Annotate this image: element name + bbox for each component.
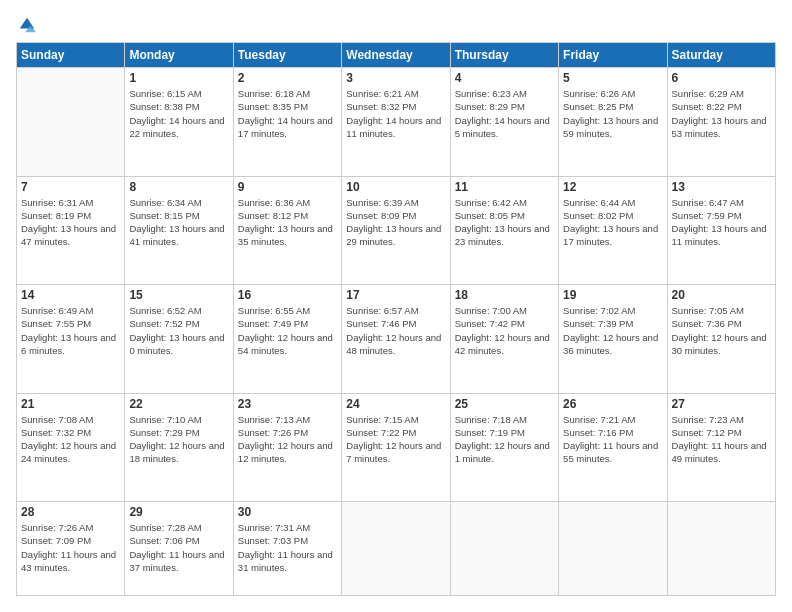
day-detail: Sunrise: 6:55 AMSunset: 7:49 PMDaylight:… bbox=[238, 304, 337, 357]
day-number: 19 bbox=[563, 288, 662, 302]
weekday-thursday: Thursday bbox=[450, 43, 558, 68]
day-detail: Sunrise: 6:47 AMSunset: 7:59 PMDaylight:… bbox=[672, 196, 771, 249]
day-number: 4 bbox=[455, 71, 554, 85]
day-detail: Sunrise: 7:28 AMSunset: 7:06 PMDaylight:… bbox=[129, 521, 228, 574]
calendar-cell: 30Sunrise: 7:31 AMSunset: 7:03 PMDayligh… bbox=[233, 502, 341, 596]
page: SundayMondayTuesdayWednesdayThursdayFrid… bbox=[0, 0, 792, 612]
day-detail: Sunrise: 6:49 AMSunset: 7:55 PMDaylight:… bbox=[21, 304, 120, 357]
day-number: 27 bbox=[672, 397, 771, 411]
calendar-cell: 17Sunrise: 6:57 AMSunset: 7:46 PMDayligh… bbox=[342, 285, 450, 394]
weekday-tuesday: Tuesday bbox=[233, 43, 341, 68]
calendar-cell: 2Sunrise: 6:18 AMSunset: 8:35 PMDaylight… bbox=[233, 68, 341, 177]
day-detail: Sunrise: 7:13 AMSunset: 7:26 PMDaylight:… bbox=[238, 413, 337, 466]
calendar-cell bbox=[667, 502, 775, 596]
day-detail: Sunrise: 7:15 AMSunset: 7:22 PMDaylight:… bbox=[346, 413, 445, 466]
day-number: 11 bbox=[455, 180, 554, 194]
calendar-cell: 9Sunrise: 6:36 AMSunset: 8:12 PMDaylight… bbox=[233, 176, 341, 285]
weekday-header-row: SundayMondayTuesdayWednesdayThursdayFrid… bbox=[17, 43, 776, 68]
day-number: 2 bbox=[238, 71, 337, 85]
day-number: 21 bbox=[21, 397, 120, 411]
day-detail: Sunrise: 6:42 AMSunset: 8:05 PMDaylight:… bbox=[455, 196, 554, 249]
week-row-3: 14Sunrise: 6:49 AMSunset: 7:55 PMDayligh… bbox=[17, 285, 776, 394]
day-detail: Sunrise: 6:44 AMSunset: 8:02 PMDaylight:… bbox=[563, 196, 662, 249]
calendar-cell: 26Sunrise: 7:21 AMSunset: 7:16 PMDayligh… bbox=[559, 393, 667, 502]
day-number: 5 bbox=[563, 71, 662, 85]
day-number: 23 bbox=[238, 397, 337, 411]
day-number: 24 bbox=[346, 397, 445, 411]
day-number: 7 bbox=[21, 180, 120, 194]
calendar-cell: 28Sunrise: 7:26 AMSunset: 7:09 PMDayligh… bbox=[17, 502, 125, 596]
calendar-cell: 8Sunrise: 6:34 AMSunset: 8:15 PMDaylight… bbox=[125, 176, 233, 285]
day-detail: Sunrise: 6:36 AMSunset: 8:12 PMDaylight:… bbox=[238, 196, 337, 249]
day-detail: Sunrise: 6:26 AMSunset: 8:25 PMDaylight:… bbox=[563, 87, 662, 140]
calendar-cell bbox=[450, 502, 558, 596]
day-detail: Sunrise: 6:23 AMSunset: 8:29 PMDaylight:… bbox=[455, 87, 554, 140]
day-detail: Sunrise: 6:21 AMSunset: 8:32 PMDaylight:… bbox=[346, 87, 445, 140]
calendar-cell: 23Sunrise: 7:13 AMSunset: 7:26 PMDayligh… bbox=[233, 393, 341, 502]
day-number: 18 bbox=[455, 288, 554, 302]
calendar-cell: 3Sunrise: 6:21 AMSunset: 8:32 PMDaylight… bbox=[342, 68, 450, 177]
header bbox=[16, 16, 776, 34]
day-detail: Sunrise: 7:10 AMSunset: 7:29 PMDaylight:… bbox=[129, 413, 228, 466]
day-detail: Sunrise: 7:08 AMSunset: 7:32 PMDaylight:… bbox=[21, 413, 120, 466]
day-detail: Sunrise: 6:52 AMSunset: 7:52 PMDaylight:… bbox=[129, 304, 228, 357]
logo bbox=[16, 16, 36, 34]
calendar-cell: 29Sunrise: 7:28 AMSunset: 7:06 PMDayligh… bbox=[125, 502, 233, 596]
day-number: 3 bbox=[346, 71, 445, 85]
weekday-friday: Friday bbox=[559, 43, 667, 68]
day-number: 17 bbox=[346, 288, 445, 302]
logo-icon bbox=[18, 16, 36, 34]
day-detail: Sunrise: 7:18 AMSunset: 7:19 PMDaylight:… bbox=[455, 413, 554, 466]
day-number: 20 bbox=[672, 288, 771, 302]
day-detail: Sunrise: 7:02 AMSunset: 7:39 PMDaylight:… bbox=[563, 304, 662, 357]
calendar-cell bbox=[559, 502, 667, 596]
calendar-cell: 13Sunrise: 6:47 AMSunset: 7:59 PMDayligh… bbox=[667, 176, 775, 285]
day-detail: Sunrise: 6:34 AMSunset: 8:15 PMDaylight:… bbox=[129, 196, 228, 249]
day-detail: Sunrise: 6:39 AMSunset: 8:09 PMDaylight:… bbox=[346, 196, 445, 249]
day-number: 1 bbox=[129, 71, 228, 85]
day-number: 29 bbox=[129, 505, 228, 519]
calendar-cell: 5Sunrise: 6:26 AMSunset: 8:25 PMDaylight… bbox=[559, 68, 667, 177]
day-detail: Sunrise: 6:29 AMSunset: 8:22 PMDaylight:… bbox=[672, 87, 771, 140]
day-detail: Sunrise: 7:31 AMSunset: 7:03 PMDaylight:… bbox=[238, 521, 337, 574]
day-number: 6 bbox=[672, 71, 771, 85]
calendar-cell: 24Sunrise: 7:15 AMSunset: 7:22 PMDayligh… bbox=[342, 393, 450, 502]
calendar: SundayMondayTuesdayWednesdayThursdayFrid… bbox=[16, 42, 776, 596]
calendar-cell: 21Sunrise: 7:08 AMSunset: 7:32 PMDayligh… bbox=[17, 393, 125, 502]
day-number: 14 bbox=[21, 288, 120, 302]
calendar-cell: 16Sunrise: 6:55 AMSunset: 7:49 PMDayligh… bbox=[233, 285, 341, 394]
day-number: 26 bbox=[563, 397, 662, 411]
calendar-cell: 22Sunrise: 7:10 AMSunset: 7:29 PMDayligh… bbox=[125, 393, 233, 502]
day-detail: Sunrise: 6:18 AMSunset: 8:35 PMDaylight:… bbox=[238, 87, 337, 140]
day-number: 8 bbox=[129, 180, 228, 194]
calendar-cell bbox=[17, 68, 125, 177]
calendar-cell: 27Sunrise: 7:23 AMSunset: 7:12 PMDayligh… bbox=[667, 393, 775, 502]
week-row-1: 1Sunrise: 6:15 AMSunset: 8:38 PMDaylight… bbox=[17, 68, 776, 177]
week-row-5: 28Sunrise: 7:26 AMSunset: 7:09 PMDayligh… bbox=[17, 502, 776, 596]
weekday-sunday: Sunday bbox=[17, 43, 125, 68]
calendar-cell: 15Sunrise: 6:52 AMSunset: 7:52 PMDayligh… bbox=[125, 285, 233, 394]
day-number: 28 bbox=[21, 505, 120, 519]
day-detail: Sunrise: 6:31 AMSunset: 8:19 PMDaylight:… bbox=[21, 196, 120, 249]
calendar-cell: 18Sunrise: 7:00 AMSunset: 7:42 PMDayligh… bbox=[450, 285, 558, 394]
day-detail: Sunrise: 7:26 AMSunset: 7:09 PMDaylight:… bbox=[21, 521, 120, 574]
calendar-cell bbox=[342, 502, 450, 596]
weekday-saturday: Saturday bbox=[667, 43, 775, 68]
calendar-cell: 11Sunrise: 6:42 AMSunset: 8:05 PMDayligh… bbox=[450, 176, 558, 285]
day-detail: Sunrise: 7:23 AMSunset: 7:12 PMDaylight:… bbox=[672, 413, 771, 466]
day-number: 16 bbox=[238, 288, 337, 302]
day-detail: Sunrise: 6:57 AMSunset: 7:46 PMDaylight:… bbox=[346, 304, 445, 357]
calendar-cell: 20Sunrise: 7:05 AMSunset: 7:36 PMDayligh… bbox=[667, 285, 775, 394]
calendar-cell: 6Sunrise: 6:29 AMSunset: 8:22 PMDaylight… bbox=[667, 68, 775, 177]
day-detail: Sunrise: 7:05 AMSunset: 7:36 PMDaylight:… bbox=[672, 304, 771, 357]
calendar-cell: 14Sunrise: 6:49 AMSunset: 7:55 PMDayligh… bbox=[17, 285, 125, 394]
calendar-cell: 12Sunrise: 6:44 AMSunset: 8:02 PMDayligh… bbox=[559, 176, 667, 285]
weekday-monday: Monday bbox=[125, 43, 233, 68]
day-number: 9 bbox=[238, 180, 337, 194]
day-number: 13 bbox=[672, 180, 771, 194]
week-row-4: 21Sunrise: 7:08 AMSunset: 7:32 PMDayligh… bbox=[17, 393, 776, 502]
day-detail: Sunrise: 7:00 AMSunset: 7:42 PMDaylight:… bbox=[455, 304, 554, 357]
calendar-cell: 7Sunrise: 6:31 AMSunset: 8:19 PMDaylight… bbox=[17, 176, 125, 285]
day-number: 30 bbox=[238, 505, 337, 519]
day-number: 10 bbox=[346, 180, 445, 194]
